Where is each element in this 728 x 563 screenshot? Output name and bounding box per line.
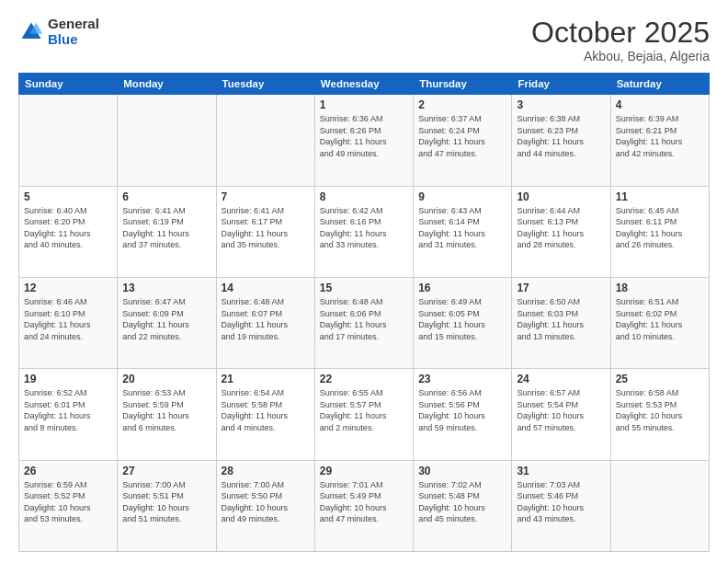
calendar-body: 1Sunrise: 6:36 AM Sunset: 6:26 PM Daylig…	[19, 95, 710, 552]
day-number: 25	[616, 373, 704, 385]
day-number: 29	[320, 465, 408, 477]
day-info: Sunrise: 6:58 AM Sunset: 5:53 PM Dayligh…	[616, 387, 704, 433]
calendar-week-row: 5Sunrise: 6:40 AM Sunset: 6:20 PM Daylig…	[19, 186, 710, 277]
day-info: Sunrise: 6:48 AM Sunset: 6:07 PM Dayligh…	[222, 296, 310, 342]
day-info: Sunrise: 6:41 AM Sunset: 6:19 PM Dayligh…	[122, 205, 210, 251]
calendar-cell: 13Sunrise: 6:47 AM Sunset: 6:09 PM Dayli…	[118, 277, 216, 368]
day-info: Sunrise: 6:55 AM Sunset: 5:57 PM Dayligh…	[320, 387, 408, 433]
day-info: Sunrise: 6:50 AM Sunset: 6:03 PM Dayligh…	[517, 296, 605, 342]
day-info: Sunrise: 6:59 AM Sunset: 5:52 PM Dayligh…	[24, 479, 112, 525]
weekday-header: Thursday	[414, 74, 512, 95]
day-info: Sunrise: 7:00 AM Sunset: 5:50 PM Dayligh…	[222, 479, 310, 525]
calendar-cell: 9Sunrise: 6:43 AM Sunset: 6:14 PM Daylig…	[414, 186, 512, 277]
day-number: 13	[122, 282, 210, 294]
calendar-week-row: 12Sunrise: 6:46 AM Sunset: 6:10 PM Dayli…	[19, 277, 710, 368]
day-number: 10	[517, 190, 605, 203]
calendar-cell: 12Sunrise: 6:46 AM Sunset: 6:10 PM Dayli…	[19, 277, 118, 368]
day-info: Sunrise: 6:51 AM Sunset: 6:02 PM Dayligh…	[616, 296, 704, 342]
day-number: 27	[122, 465, 210, 477]
calendar-cell: 7Sunrise: 6:41 AM Sunset: 6:17 PM Daylig…	[216, 186, 314, 277]
day-info: Sunrise: 6:43 AM Sunset: 6:14 PM Dayligh…	[418, 205, 506, 251]
day-info: Sunrise: 6:42 AM Sunset: 6:16 PM Dayligh…	[320, 205, 408, 251]
day-info: Sunrise: 6:37 AM Sunset: 6:24 PM Dayligh…	[418, 113, 506, 159]
day-info: Sunrise: 6:56 AM Sunset: 5:56 PM Dayligh…	[418, 387, 506, 433]
calendar-cell: 24Sunrise: 6:57 AM Sunset: 5:54 PM Dayli…	[512, 369, 610, 460]
day-number: 22	[320, 373, 408, 385]
calendar-header: SundayMondayTuesdayWednesdayThursdayFrid…	[19, 74, 710, 95]
calendar-cell: 17Sunrise: 6:50 AM Sunset: 6:03 PM Dayli…	[512, 277, 610, 368]
header: General Blue October 2025 Akbou, Bejaia,…	[18, 17, 710, 63]
day-number: 31	[517, 465, 605, 477]
day-number: 17	[517, 282, 605, 294]
day-number: 24	[517, 373, 605, 385]
weekday-header: Tuesday	[216, 74, 314, 95]
day-number: 11	[616, 190, 704, 203]
logo-blue-text: Blue	[48, 32, 99, 48]
calendar-cell: 16Sunrise: 6:49 AM Sunset: 6:05 PM Dayli…	[414, 277, 512, 368]
day-info: Sunrise: 6:46 AM Sunset: 6:10 PM Dayligh…	[24, 296, 112, 342]
day-info: Sunrise: 6:44 AM Sunset: 6:13 PM Dayligh…	[517, 205, 605, 251]
calendar-cell: 4Sunrise: 6:39 AM Sunset: 6:21 PM Daylig…	[610, 95, 709, 186]
logo-text: General Blue	[48, 17, 99, 47]
day-number: 6	[122, 190, 210, 203]
calendar-cell: 23Sunrise: 6:56 AM Sunset: 5:56 PM Dayli…	[414, 369, 512, 460]
day-number: 26	[24, 465, 112, 477]
calendar-cell: 20Sunrise: 6:53 AM Sunset: 5:59 PM Dayli…	[118, 369, 216, 460]
location: Akbou, Bejaia, Algeria	[531, 49, 710, 63]
title-block: October 2025 Akbou, Bejaia, Algeria	[531, 17, 710, 63]
day-info: Sunrise: 6:53 AM Sunset: 5:59 PM Dayligh…	[122, 387, 210, 433]
calendar-cell: 5Sunrise: 6:40 AM Sunset: 6:20 PM Daylig…	[19, 186, 118, 277]
calendar-cell: 10Sunrise: 6:44 AM Sunset: 6:13 PM Dayli…	[512, 186, 610, 277]
page: General Blue October 2025 Akbou, Bejaia,…	[0, 0, 728, 563]
day-info: Sunrise: 6:40 AM Sunset: 6:20 PM Dayligh…	[24, 205, 112, 251]
day-number: 12	[24, 282, 112, 294]
day-number: 28	[222, 465, 310, 477]
calendar-cell	[118, 95, 216, 186]
calendar-cell: 31Sunrise: 7:03 AM Sunset: 5:46 PM Dayli…	[512, 460, 610, 551]
calendar-cell: 26Sunrise: 6:59 AM Sunset: 5:52 PM Dayli…	[19, 460, 118, 551]
day-info: Sunrise: 6:41 AM Sunset: 6:17 PM Dayligh…	[222, 205, 310, 251]
calendar-cell	[19, 95, 118, 186]
month-title: October 2025	[531, 17, 710, 49]
day-number: 3	[517, 98, 605, 111]
day-number: 14	[222, 282, 310, 294]
calendar-week-row: 26Sunrise: 6:59 AM Sunset: 5:52 PM Dayli…	[19, 460, 710, 551]
day-info: Sunrise: 6:49 AM Sunset: 6:05 PM Dayligh…	[418, 296, 506, 342]
calendar-cell: 11Sunrise: 6:45 AM Sunset: 6:11 PM Dayli…	[610, 186, 709, 277]
calendar-cell: 3Sunrise: 6:38 AM Sunset: 6:23 PM Daylig…	[512, 95, 610, 186]
day-number: 21	[222, 373, 310, 385]
calendar-cell	[610, 460, 709, 551]
weekday-header: Saturday	[610, 74, 709, 95]
day-info: Sunrise: 6:38 AM Sunset: 6:23 PM Dayligh…	[517, 113, 605, 159]
day-info: Sunrise: 7:02 AM Sunset: 5:48 PM Dayligh…	[418, 479, 506, 525]
calendar-cell: 21Sunrise: 6:54 AM Sunset: 5:58 PM Dayli…	[216, 369, 314, 460]
weekday-header: Sunday	[19, 74, 118, 95]
weekday-row: SundayMondayTuesdayWednesdayThursdayFrid…	[19, 74, 710, 95]
day-number: 18	[616, 282, 704, 294]
day-number: 4	[616, 98, 704, 111]
weekday-header: Friday	[512, 74, 610, 95]
day-number: 16	[418, 282, 506, 294]
logo-general-text: General	[48, 17, 99, 32]
calendar-cell: 18Sunrise: 6:51 AM Sunset: 6:02 PM Dayli…	[610, 277, 709, 368]
weekday-header: Wednesday	[314, 74, 413, 95]
calendar-cell: 1Sunrise: 6:36 AM Sunset: 6:26 PM Daylig…	[314, 95, 413, 186]
calendar-cell: 27Sunrise: 7:00 AM Sunset: 5:51 PM Dayli…	[118, 460, 216, 551]
calendar-cell: 15Sunrise: 6:48 AM Sunset: 6:06 PM Dayli…	[314, 277, 413, 368]
logo-icon	[18, 19, 44, 45]
day-info: Sunrise: 6:45 AM Sunset: 6:11 PM Dayligh…	[616, 205, 704, 251]
calendar-cell: 2Sunrise: 6:37 AM Sunset: 6:24 PM Daylig…	[414, 95, 512, 186]
day-number: 5	[24, 190, 112, 203]
day-number: 23	[418, 373, 506, 385]
logo: General Blue	[18, 17, 99, 47]
day-info: Sunrise: 7:03 AM Sunset: 5:46 PM Dayligh…	[517, 479, 605, 525]
day-info: Sunrise: 6:57 AM Sunset: 5:54 PM Dayligh…	[517, 387, 605, 433]
calendar-cell: 29Sunrise: 7:01 AM Sunset: 5:49 PM Dayli…	[314, 460, 413, 551]
calendar-cell: 14Sunrise: 6:48 AM Sunset: 6:07 PM Dayli…	[216, 277, 314, 368]
calendar-week-row: 1Sunrise: 6:36 AM Sunset: 6:26 PM Daylig…	[19, 95, 710, 186]
calendar-week-row: 19Sunrise: 6:52 AM Sunset: 6:01 PM Dayli…	[19, 369, 710, 460]
calendar-cell: 22Sunrise: 6:55 AM Sunset: 5:57 PM Dayli…	[314, 369, 413, 460]
day-info: Sunrise: 6:52 AM Sunset: 6:01 PM Dayligh…	[24, 387, 112, 433]
day-info: Sunrise: 7:00 AM Sunset: 5:51 PM Dayligh…	[122, 479, 210, 525]
calendar-cell	[216, 95, 314, 186]
